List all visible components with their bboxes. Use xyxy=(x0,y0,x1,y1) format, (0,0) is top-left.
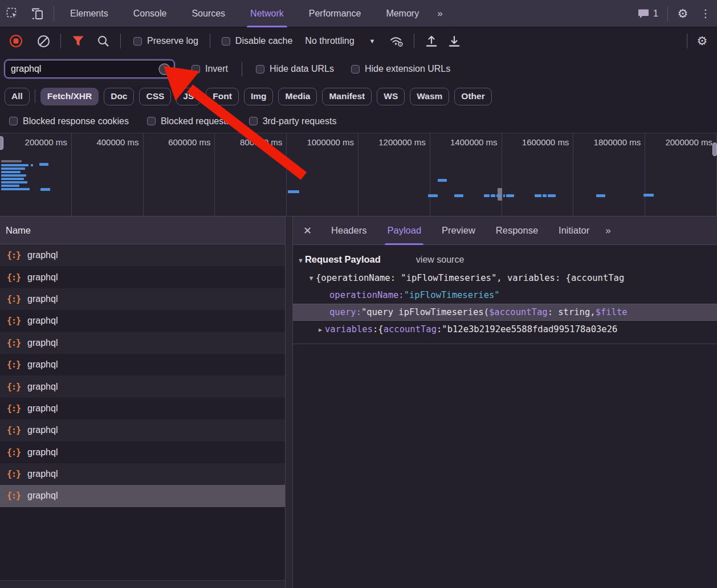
filter-chip-wasm[interactable]: Wasm xyxy=(410,88,449,105)
invert-checkbox[interactable]: Invert xyxy=(185,64,235,74)
table-row[interactable]: {:}graphql xyxy=(0,442,285,463)
settings-gear-icon[interactable]: ⚙ xyxy=(671,0,694,27)
filter-chip-all[interactable]: All xyxy=(5,88,30,105)
details-tabbar: ✕ Headers Payload Preview Response Initi… xyxy=(293,217,717,245)
table-row[interactable]: {:}graphql xyxy=(0,419,285,441)
blocked-requests-label: Blocked requests xyxy=(161,116,231,126)
divider xyxy=(54,6,54,21)
table-row[interactable]: {:}graphql xyxy=(0,266,285,288)
table-row[interactable]: {:}graphql xyxy=(0,244,285,266)
table-row[interactable]: {:}graphql xyxy=(0,310,285,332)
table-row[interactable]: {:}graphql xyxy=(0,398,285,419)
expand-triangle-icon[interactable]: ▶ xyxy=(316,326,325,333)
devtools-window: Elements Console Sources Network Perform… xyxy=(0,0,717,588)
filter-chip-media[interactable]: Media xyxy=(278,88,317,105)
divider xyxy=(120,34,121,48)
tab-preview[interactable]: Preview xyxy=(431,217,486,245)
blocked-requests-checkbox[interactable]: Blocked requests xyxy=(140,116,238,126)
clear-log-icon[interactable] xyxy=(32,30,55,52)
divider xyxy=(60,34,61,48)
hide-extension-urls-checkbox[interactable]: Hide extension URLs xyxy=(344,64,457,74)
payload-operation-line[interactable]: operationName: "ipFlowTimeseries" xyxy=(293,287,717,304)
tab-response[interactable]: Response xyxy=(486,217,548,245)
table-row[interactable]: {:}graphql xyxy=(0,375,285,397)
inspect-element-icon[interactable] xyxy=(0,0,25,27)
request-payload-section-header[interactable]: ▼ Request Payload view source xyxy=(298,254,717,265)
filter-chip-js[interactable]: JS xyxy=(176,88,201,105)
json-fetch-icon: {:} xyxy=(7,447,21,458)
filter-funnel-icon[interactable] xyxy=(67,30,89,52)
import-har-icon[interactable] xyxy=(420,30,443,52)
table-row[interactable]: {:}graphql xyxy=(0,463,285,485)
json-fetch-icon: {:} xyxy=(7,250,21,260)
message-bubble-icon xyxy=(638,9,649,19)
device-toolbar-icon[interactable] xyxy=(25,0,50,27)
checkbox xyxy=(222,37,230,46)
json-fetch-icon: {:} xyxy=(7,382,21,392)
payload-query-line[interactable]: query: "query ipFlowTimeseries( $account… xyxy=(293,304,717,321)
tab-headers[interactable]: Headers xyxy=(321,217,377,245)
table-row[interactable]: {:}graphql xyxy=(0,288,285,310)
panel-splitter[interactable] xyxy=(285,217,293,588)
throttling-dropdown[interactable]: No throttling ▼ xyxy=(299,36,381,46)
overview-right-grip[interactable] xyxy=(712,142,717,156)
checkbox xyxy=(9,117,18,125)
tab-elements[interactable]: Elements xyxy=(58,0,121,27)
divider xyxy=(414,34,414,48)
table-row[interactable]: {:}graphql xyxy=(0,332,285,354)
payload-variables-line[interactable]: ▶ variables : { accountTag : "b12e3b2192… xyxy=(293,321,717,338)
hide-data-urls-checkbox[interactable]: Hide data URLs xyxy=(249,64,341,74)
preserve-log-checkbox[interactable]: Preserve log xyxy=(127,36,205,46)
search-icon[interactable] xyxy=(92,30,115,52)
filter-input[interactable] xyxy=(5,64,174,74)
filter-chip-fetch-xhr[interactable]: Fetch/XHR xyxy=(40,88,99,105)
table-row-selected[interactable]: {:}graphql xyxy=(0,485,285,507)
export-har-icon[interactable] xyxy=(443,30,466,52)
tab-performance[interactable]: Performance xyxy=(296,0,374,27)
network-conditions-icon[interactable] xyxy=(385,30,408,52)
disable-cache-checkbox[interactable]: Disable cache xyxy=(215,36,300,46)
view-source-link[interactable]: view source xyxy=(416,255,464,265)
divider xyxy=(667,6,668,21)
name-column-header[interactable]: Name xyxy=(0,217,285,244)
checkbox xyxy=(256,65,264,74)
table-row[interactable]: {:}graphql xyxy=(0,354,285,375)
issues-button[interactable]: 1 xyxy=(632,9,664,19)
waterfall-overview[interactable]: 200000 ms 400000 ms 600000 ms 800000 ms … xyxy=(0,133,717,217)
filter-chip-css[interactable]: CSS xyxy=(139,88,171,105)
kebab-menu-icon[interactable]: ⋮ xyxy=(694,0,717,27)
filter-chip-img[interactable]: Img xyxy=(244,88,274,105)
more-details-tabs-icon[interactable]: » xyxy=(600,225,615,236)
tab-network[interactable]: Network xyxy=(238,0,296,27)
hide-data-urls-label: Hide data URLs xyxy=(270,64,334,74)
json-fetch-icon: {:} xyxy=(7,272,21,283)
disable-cache-label: Disable cache xyxy=(235,36,293,46)
close-icon[interactable]: ✕ xyxy=(293,224,321,237)
more-tabs-icon[interactable]: » xyxy=(431,8,447,19)
third-party-requests-checkbox[interactable]: 3rd-party requests xyxy=(242,116,344,126)
more-filters-row: Blocked response cookies Blocked request… xyxy=(0,109,717,133)
section-title: Request Payload xyxy=(305,254,381,265)
payload-tree: ▼ {operationName: "ipFlowTimeseries", va… xyxy=(293,270,717,344)
filter-chip-font[interactable]: Font xyxy=(206,88,239,105)
filter-chip-doc[interactable]: Doc xyxy=(104,88,134,105)
blocked-response-cookies-checkbox[interactable]: Blocked response cookies xyxy=(2,116,136,126)
divider xyxy=(242,62,242,76)
tab-console[interactable]: Console xyxy=(121,0,180,27)
filter-chip-manifest[interactable]: Manifest xyxy=(322,88,372,105)
overview-left-grip[interactable] xyxy=(0,136,3,150)
tab-memory[interactable]: Memory xyxy=(373,0,431,27)
tab-payload[interactable]: Payload xyxy=(377,217,431,245)
filter-chip-ws[interactable]: WS xyxy=(377,88,405,105)
payload-root-line[interactable]: ▼ {operationName: "ipFlowTimeseries", va… xyxy=(293,270,717,287)
filter-chip-other[interactable]: Other xyxy=(454,88,491,105)
horizontal-scrollbar[interactable] xyxy=(0,580,285,588)
expand-triangle-icon[interactable]: ▼ xyxy=(307,275,316,282)
network-settings-gear-icon[interactable]: ⚙ xyxy=(691,27,714,55)
tab-sources[interactable]: Sources xyxy=(179,0,238,27)
tab-initiator[interactable]: Initiator xyxy=(548,217,600,245)
record-button[interactable] xyxy=(5,30,27,52)
blocked-cookies-label: Blocked response cookies xyxy=(23,116,129,126)
clear-filter-icon[interactable] xyxy=(158,63,170,75)
collapse-triangle-icon: ▼ xyxy=(298,257,304,264)
